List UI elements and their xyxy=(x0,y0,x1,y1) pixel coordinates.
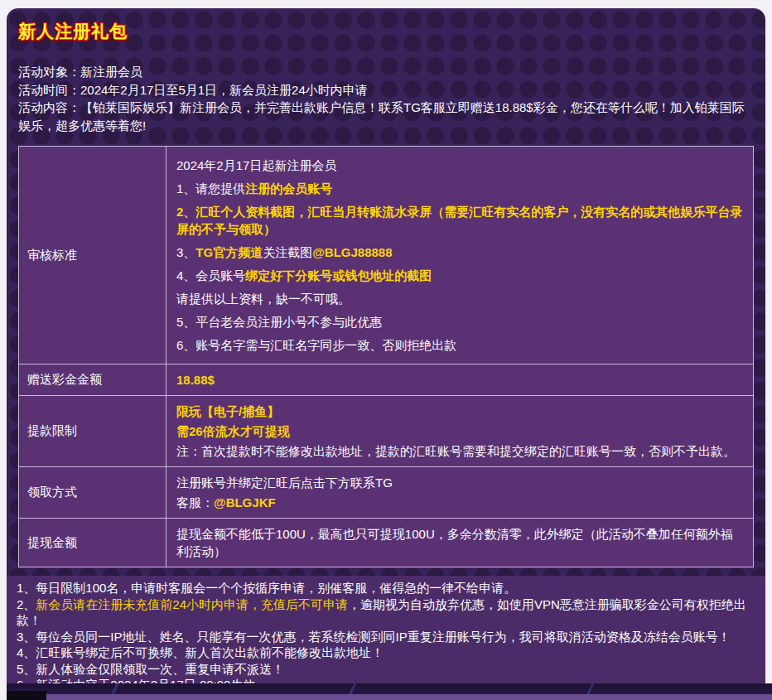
row-content: 注册账号并绑定汇旺后点击下方联系TG客服：@BLGJKF xyxy=(166,467,754,519)
row-content: 18.88$ xyxy=(166,364,754,396)
row-header: 提款限制 xyxy=(19,396,166,467)
text-line: 2、汇旺个人资料截图，汇旺当月转账流水录屏（需要汇旺有实名的客户，没有实名的或其… xyxy=(176,203,743,238)
highlight-text: 新会员请在注册未充值前24小时内申请，充值后不可申请 xyxy=(36,597,348,611)
text-segment: 6、账号名字需与汇旺名字同步一致、否则拒绝出款 xyxy=(176,338,456,352)
text-line: 6、新活动内容于2024年2月17日 00:00生效 xyxy=(17,677,755,683)
text-segment: 客服： xyxy=(176,495,214,509)
text-segment: 提现金额不能低于100U，最高也只可提现100U，多余分数清零，此外绑定（此活动… xyxy=(176,527,733,558)
text-line: 2024年2月17日起新注册会员 xyxy=(176,157,743,174)
table-row-claim-method: 领取方式 注册账号并绑定汇旺后点击下方联系TG客服：@BLGJKF xyxy=(19,467,754,519)
text-line: 1、每日限制100名，申请时客服会一个个按循序申请，别催客服，催得急的一律不给申… xyxy=(17,580,755,596)
text-line: 注册账号并绑定汇旺后点击下方联系TG xyxy=(176,474,743,491)
text-segment: 3、 xyxy=(176,245,195,259)
text-line: 5、平台老会员注册小号不参与此优惠 xyxy=(176,313,743,331)
text-segment: 3、每位会员同一IP地址、姓名、只能享有一次优惠，若系统检测到同IP重复注册账号… xyxy=(17,630,731,644)
highlight-text: @BLGJKF xyxy=(214,495,276,509)
text-line: 4、会员账号绑定好下分账号或钱包地址的截图 xyxy=(176,267,743,284)
highlight-text: 绑定好下分账号或钱包地址的截图 xyxy=(245,268,432,282)
row-header: 审核标准 xyxy=(19,147,166,364)
page: 新人注册礼包 活动对象：新注册会员活动时间：2024年2月17日至5月1日，新会… xyxy=(0,0,772,700)
row-content: 2024年2月17日起新注册会员1、请您提供注册的会员账号2、汇旺个人资料截图，… xyxy=(166,147,754,364)
text-line: 客服：@BLGJKF xyxy=(176,494,743,511)
highlight-text: 2、汇旺个人资料截图，汇旺当月转账流水录屏（需要汇旺有实名的客户，没有实名的或其… xyxy=(176,205,742,236)
row-header: 领取方式 xyxy=(19,467,166,519)
text-segment: 5、新人体验金仅限领取一次、重复申请不派送！ xyxy=(17,662,284,676)
text-segment: 4、汇旺账号绑定后不可换绑、新人首次出款前不能修改出款地址！ xyxy=(17,645,384,659)
promo-table: 审核标准 2024年2月17日起新注册会员1、请您提供注册的会员账号2、汇旺个人… xyxy=(18,146,754,567)
highlight-text: 18.88$ xyxy=(176,373,215,387)
text-segment: 6、新活动内容于2024年2月17日 00:00生效 xyxy=(17,678,255,683)
text-line: 请提供以上资料，缺一不可哦。 xyxy=(176,290,743,307)
page-title: 新人注册礼包 xyxy=(18,20,754,43)
promo-table-body: 审核标准 2024年2月17日起新注册会员1、请您提供注册的会员账号2、汇旺个人… xyxy=(19,147,754,567)
text-line: 5、新人体验金仅限领取一次、重复申请不派送！ xyxy=(17,661,755,678)
text-segment: 2024年2月17日起新注册会员 xyxy=(176,158,336,172)
row-header: 赠送彩金金额 xyxy=(19,364,166,396)
text-segment: 2、 xyxy=(17,597,36,611)
text-segment: 1、每日限制100名，申请时客服会一个个按循序申请，别催客服，催得急的一律不给申… xyxy=(17,581,516,595)
text-line: 3、每位会员同一IP地址、姓名、只能享有一次优惠，若系统检测到同IP重复注册账号… xyxy=(17,629,755,645)
promo-panel: 新人注册礼包 活动对象：新注册会员活动时间：2024年2月17日至5月1日，新会… xyxy=(7,8,765,683)
table-row-withdrawal-limits: 提款限制 限玩【电子/捕鱼】需26倍流水才可提现注：首次提款时不能修改出款地址，… xyxy=(19,396,754,467)
text-segment: 活动对象：新注册会员 xyxy=(18,65,142,79)
intro-section: 活动对象：新注册会员活动时间：2024年2月17日至5月1日，新会员注册24小时… xyxy=(18,63,754,134)
text-line: 2、新会员请在注册未充值前24小时内申请，充值后不可申请，逾期视为自动放弃优惠，… xyxy=(17,596,755,629)
row-content: 提现金额不能低于100U，最高也只可提现100U，多余分数清零，此外绑定（此活动… xyxy=(166,519,754,567)
highlight-text: 限玩【电子/捕鱼】 xyxy=(176,404,279,418)
text-segment: 注册账号并绑定汇旺后点击下方联系TG xyxy=(176,476,393,490)
text-segment: 活动内容：【铂莱国际娱乐】新注册会员，并完善出款账户信息！联系TG客服立即赠送1… xyxy=(18,100,745,133)
text-line: 需26倍流水才可提现 xyxy=(176,422,743,440)
text-line: 活动内容：【铂莱国际娱乐】新注册会员，并完善出款账户信息！联系TG客服立即赠送1… xyxy=(18,99,754,134)
text-line: 活动时间：2024年2月17日至5月1日，新会员注册24小时内申请 xyxy=(18,81,754,99)
text-segment: 活动时间：2024年2月17日至5月1日，新会员注册24小时内申请 xyxy=(18,83,368,97)
text-line: 注：首次提款时不能修改出款地址，提款的汇旺账号需要和提交绑定的汇旺账号一致，否则… xyxy=(176,442,743,460)
footer-band xyxy=(46,694,772,700)
text-segment: 4、会员账号 xyxy=(176,268,245,282)
text-segment: 1、请您提供 xyxy=(176,181,245,196)
text-line: 4、汇旺账号绑定后不可换绑、新人首次出款前不能修改出款地址！ xyxy=(17,644,755,661)
text-line: 6、账号名字需与汇旺名字同步一致、否则拒绝出款 xyxy=(176,336,743,354)
table-row-withdrawal-amount: 提现金额 提现金额不能低于100U，最高也只可提现100U，多余分数清零，此外绑… xyxy=(19,519,754,567)
highlight-text: @BLGJ88888 xyxy=(312,245,392,259)
table-row-audit-standards: 审核标准 2024年2月17日起新注册会员1、请您提供注册的会员账号2、汇旺个人… xyxy=(19,147,754,364)
row-header: 提现金额 xyxy=(19,519,166,567)
highlight-text: TG官方频道 xyxy=(195,245,263,259)
row-content: 限玩【电子/捕鱼】需26倍流水才可提现注：首次提款时不能修改出款地址，提款的汇旺… xyxy=(166,396,754,467)
table-row-bonus-amount: 赠送彩金金额 18.88$ xyxy=(19,364,754,396)
text-line: 活动对象：新注册会员 xyxy=(18,63,754,81)
rules-section: 1、每日限制100名，申请时客服会一个个按循序申请，别催客服，催得急的一律不给申… xyxy=(7,576,765,683)
text-line: 18.88$ xyxy=(176,371,743,389)
text-line: 3、TG官方频道关注截图@BLGJ88888 xyxy=(176,244,743,261)
text-line: 限玩【电子/捕鱼】 xyxy=(176,403,743,420)
text-segment: 关注截图 xyxy=(263,245,312,259)
highlight-text: 注册的会员账号 xyxy=(245,181,332,196)
highlight-text: 需26倍流水才可提现 xyxy=(176,424,290,438)
footer-corner xyxy=(7,691,46,700)
text-line: 1、请您提供注册的会员账号 xyxy=(176,180,743,197)
text-segment: 请提供以上资料，缺一不可哦。 xyxy=(176,292,350,306)
footer-background xyxy=(7,683,772,700)
text-line: 提现金额不能低于100U，最高也只可提现100U，多余分数清零，此外绑定（此活动… xyxy=(176,525,743,560)
text-segment: 5、平台老会员注册小号不参与此优惠 xyxy=(176,315,382,329)
text-segment: 注：首次提款时不能修改出款地址，提款的汇旺账号需要和提交绑定的汇旺账号一致，否则… xyxy=(176,444,736,458)
